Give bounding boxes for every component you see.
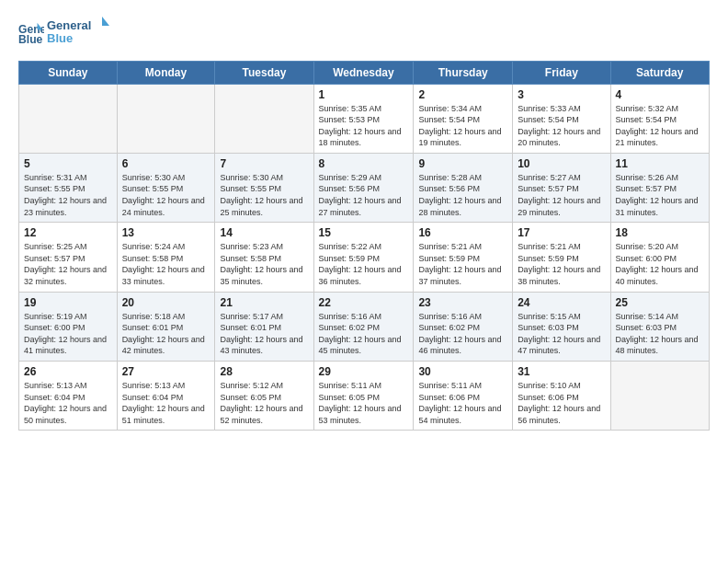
day-number: 3	[518, 88, 605, 101]
svg-text:General: General	[47, 18, 91, 32]
weekday-tuesday: Tuesday	[215, 61, 313, 84]
calendar-cell: 4Sunrise: 5:32 AM Sunset: 5:54 PM Daylig…	[610, 84, 709, 153]
day-number: 25	[616, 296, 704, 309]
calendar-cell: 14Sunrise: 5:23 AM Sunset: 5:58 PM Dayli…	[215, 223, 313, 292]
day-number: 30	[418, 365, 507, 378]
calendar-cell: 17Sunrise: 5:21 AM Sunset: 5:59 PM Dayli…	[513, 223, 610, 292]
weekday-thursday: Thursday	[414, 61, 513, 84]
day-info: Sunrise: 5:14 AM Sunset: 6:03 PM Dayligh…	[616, 311, 704, 357]
day-number: 20	[122, 296, 210, 309]
calendar-cell: 27Sunrise: 5:13 AM Sunset: 6:04 PM Dayli…	[117, 362, 215, 431]
day-number: 8	[319, 157, 409, 170]
day-info: Sunrise: 5:33 AM Sunset: 5:54 PM Dayligh…	[518, 103, 605, 149]
calendar-cell	[117, 84, 215, 153]
day-number: 11	[616, 157, 704, 170]
day-info: Sunrise: 5:30 AM Sunset: 5:55 PM Dayligh…	[220, 172, 308, 218]
day-info: Sunrise: 5:19 AM Sunset: 6:00 PM Dayligh…	[24, 311, 112, 357]
logo-icon: General Blue	[18, 21, 44, 47]
day-number: 15	[319, 226, 409, 239]
calendar-cell: 3Sunrise: 5:33 AM Sunset: 5:54 PM Daylig…	[513, 84, 610, 153]
day-info: Sunrise: 5:34 AM Sunset: 5:54 PM Dayligh…	[418, 103, 507, 149]
calendar-cell: 8Sunrise: 5:29 AM Sunset: 5:56 PM Daylig…	[313, 153, 414, 222]
day-number: 9	[418, 157, 507, 170]
day-number: 2	[418, 88, 507, 101]
day-number: 10	[518, 157, 605, 170]
svg-text:Blue: Blue	[47, 31, 73, 45]
calendar-cell: 12Sunrise: 5:25 AM Sunset: 5:57 PM Dayli…	[19, 223, 118, 292]
day-number: 4	[616, 88, 704, 101]
day-info: Sunrise: 5:31 AM Sunset: 5:55 PM Dayligh…	[24, 172, 112, 218]
day-number: 7	[220, 157, 308, 170]
day-number: 5	[24, 157, 112, 170]
calendar-cell: 21Sunrise: 5:17 AM Sunset: 6:01 PM Dayli…	[215, 292, 313, 361]
day-number: 31	[518, 365, 605, 378]
calendar-cell: 1Sunrise: 5:35 AM Sunset: 5:53 PM Daylig…	[313, 84, 414, 153]
calendar-cell: 20Sunrise: 5:18 AM Sunset: 6:01 PM Dayli…	[117, 292, 215, 361]
calendar-cell	[610, 362, 709, 431]
calendar-cell: 13Sunrise: 5:24 AM Sunset: 5:58 PM Dayli…	[117, 223, 215, 292]
svg-text:Blue: Blue	[18, 33, 43, 46]
day-number: 18	[616, 226, 704, 239]
day-number: 14	[220, 226, 308, 239]
calendar-week-row: 26Sunrise: 5:13 AM Sunset: 6:04 PM Dayli…	[19, 362, 710, 431]
weekday-sunday: Sunday	[19, 61, 118, 84]
calendar-cell: 26Sunrise: 5:13 AM Sunset: 6:04 PM Dayli…	[19, 362, 118, 431]
svg-marker-4	[102, 17, 109, 26]
day-info: Sunrise: 5:29 AM Sunset: 5:56 PM Dayligh…	[319, 172, 409, 218]
day-info: Sunrise: 5:18 AM Sunset: 6:01 PM Dayligh…	[122, 311, 210, 357]
day-info: Sunrise: 5:21 AM Sunset: 5:59 PM Dayligh…	[418, 241, 507, 287]
day-info: Sunrise: 5:24 AM Sunset: 5:58 PM Dayligh…	[122, 241, 210, 287]
day-number: 28	[220, 365, 308, 378]
calendar-cell: 16Sunrise: 5:21 AM Sunset: 5:59 PM Dayli…	[414, 223, 513, 292]
day-info: Sunrise: 5:22 AM Sunset: 5:59 PM Dayligh…	[319, 241, 409, 287]
calendar-week-row: 5Sunrise: 5:31 AM Sunset: 5:55 PM Daylig…	[19, 153, 710, 222]
day-info: Sunrise: 5:28 AM Sunset: 5:56 PM Dayligh…	[418, 172, 507, 218]
calendar-cell: 24Sunrise: 5:15 AM Sunset: 6:03 PM Dayli…	[513, 292, 610, 361]
day-number: 22	[319, 296, 409, 309]
day-info: Sunrise: 5:26 AM Sunset: 5:57 PM Dayligh…	[616, 172, 704, 218]
weekday-wednesday: Wednesday	[313, 61, 414, 84]
calendar-cell: 6Sunrise: 5:30 AM Sunset: 5:55 PM Daylig…	[117, 153, 215, 222]
day-number: 19	[24, 296, 112, 309]
day-number: 17	[518, 226, 605, 239]
calendar-table: SundayMondayTuesdayWednesdayThursdayFrid…	[18, 61, 710, 431]
day-number: 16	[418, 226, 507, 239]
calendar-cell: 19Sunrise: 5:19 AM Sunset: 6:00 PM Dayli…	[19, 292, 118, 361]
header: General Blue General Blue	[18, 17, 710, 52]
weekday-monday: Monday	[117, 61, 215, 84]
calendar-cell: 28Sunrise: 5:12 AM Sunset: 6:05 PM Dayli…	[215, 362, 313, 431]
day-number: 24	[518, 296, 605, 309]
day-info: Sunrise: 5:17 AM Sunset: 6:01 PM Dayligh…	[220, 311, 308, 357]
calendar-cell: 31Sunrise: 5:10 AM Sunset: 6:06 PM Dayli…	[513, 362, 610, 431]
day-info: Sunrise: 5:11 AM Sunset: 6:05 PM Dayligh…	[319, 380, 409, 426]
day-info: Sunrise: 5:12 AM Sunset: 6:05 PM Dayligh…	[220, 380, 308, 426]
day-number: 23	[418, 296, 507, 309]
weekday-saturday: Saturday	[610, 61, 709, 84]
calendar-cell	[215, 84, 313, 153]
logo-text: General Blue	[47, 17, 111, 52]
calendar-cell: 11Sunrise: 5:26 AM Sunset: 5:57 PM Dayli…	[610, 153, 709, 222]
calendar-week-row: 19Sunrise: 5:19 AM Sunset: 6:00 PM Dayli…	[19, 292, 710, 361]
calendar-cell: 7Sunrise: 5:30 AM Sunset: 5:55 PM Daylig…	[215, 153, 313, 222]
day-number: 29	[319, 365, 409, 378]
day-info: Sunrise: 5:10 AM Sunset: 6:06 PM Dayligh…	[518, 380, 605, 426]
day-number: 27	[122, 365, 210, 378]
calendar-week-row: 1Sunrise: 5:35 AM Sunset: 5:53 PM Daylig…	[19, 84, 710, 153]
day-number: 6	[122, 157, 210, 170]
calendar-cell: 25Sunrise: 5:14 AM Sunset: 6:03 PM Dayli…	[610, 292, 709, 361]
calendar-cell: 18Sunrise: 5:20 AM Sunset: 6:00 PM Dayli…	[610, 223, 709, 292]
page: General Blue General Blue Sunda	[0, 0, 728, 563]
day-info: Sunrise: 5:32 AM Sunset: 5:54 PM Dayligh…	[616, 103, 704, 149]
calendar-cell: 29Sunrise: 5:11 AM Sunset: 6:05 PM Dayli…	[313, 362, 414, 431]
day-info: Sunrise: 5:15 AM Sunset: 6:03 PM Dayligh…	[518, 311, 605, 357]
day-info: Sunrise: 5:20 AM Sunset: 6:00 PM Dayligh…	[616, 241, 704, 287]
day-info: Sunrise: 5:27 AM Sunset: 5:57 PM Dayligh…	[518, 172, 605, 218]
calendar-cell: 9Sunrise: 5:28 AM Sunset: 5:56 PM Daylig…	[414, 153, 513, 222]
day-info: Sunrise: 5:25 AM Sunset: 5:57 PM Dayligh…	[24, 241, 112, 287]
calendar-cell: 22Sunrise: 5:16 AM Sunset: 6:02 PM Dayli…	[313, 292, 414, 361]
calendar-cell: 30Sunrise: 5:11 AM Sunset: 6:06 PM Dayli…	[414, 362, 513, 431]
day-info: Sunrise: 5:16 AM Sunset: 6:02 PM Dayligh…	[418, 311, 507, 357]
calendar-cell	[19, 84, 118, 153]
day-info: Sunrise: 5:30 AM Sunset: 5:55 PM Dayligh…	[122, 172, 210, 218]
day-info: Sunrise: 5:13 AM Sunset: 6:04 PM Dayligh…	[122, 380, 210, 426]
